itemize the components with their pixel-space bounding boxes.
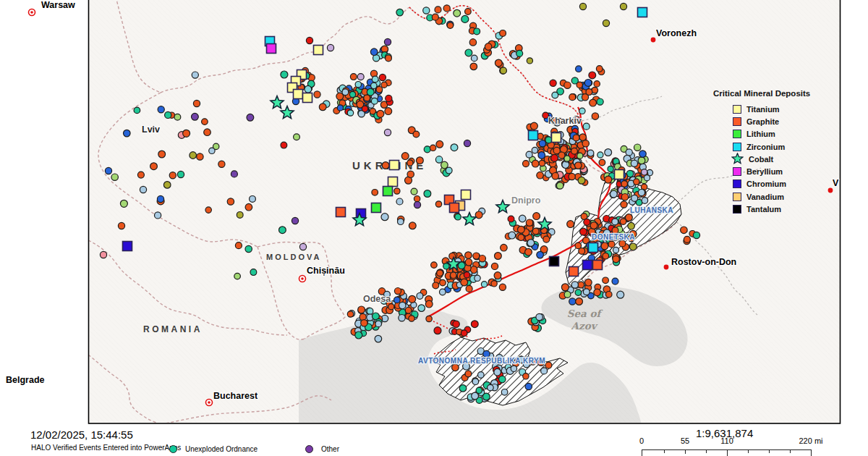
event-dot: [575, 242, 582, 249]
event-dot: [452, 364, 459, 371]
event-dot: [638, 157, 645, 164]
event-dot: [579, 134, 587, 141]
event-dot: [527, 58, 532, 64]
event-dot: [631, 195, 638, 201]
event-dot: [281, 142, 287, 148]
event-dot: [603, 253, 609, 259]
city-label: V: [833, 178, 839, 188]
mineral-graphite-square: [336, 208, 346, 217]
tantalum-swatch: [733, 205, 741, 214]
event-dot: [183, 130, 190, 137]
graphite-swatch: [733, 117, 741, 126]
event-dot: [454, 9, 461, 17]
event-dot: [359, 313, 366, 320]
event-dot: [370, 48, 378, 56]
city-label: Odesa: [363, 294, 391, 304]
mineral-titanium-square: [390, 161, 399, 170]
event-dot: [140, 186, 146, 193]
event-dot: [361, 320, 367, 326]
event-dot: [417, 157, 424, 164]
event-dot: [500, 30, 506, 37]
scale-minor-tick: [790, 449, 791, 453]
event-dot: [163, 182, 171, 189]
event-dot: [417, 293, 423, 300]
event-dot: [379, 74, 386, 80]
event-dot: [612, 219, 618, 225]
event-dot: [465, 252, 472, 259]
mineral-graphite-square: [593, 261, 603, 270]
capital-city-icon-dot: [30, 11, 33, 14]
event-dot: [465, 9, 472, 15]
occupied-region-label: LUHANSKA: [630, 206, 673, 214]
event-dot: [564, 156, 570, 161]
mineral-titanium-square: [294, 90, 303, 99]
event-dot: [409, 222, 416, 229]
event-dot: [250, 196, 256, 203]
event-dot: [577, 153, 583, 159]
event-dot: [552, 92, 558, 98]
halo-event-type-label: Other: [321, 445, 339, 453]
capital-city-icon-dot: [301, 277, 304, 280]
event-dot: [541, 368, 548, 374]
mineral-titanium-square: [303, 93, 312, 103]
event-dot: [433, 282, 439, 289]
event-dot: [569, 94, 576, 101]
scale-tick-label: 220 mi: [799, 436, 822, 445]
mineral-zirconium-square: [589, 243, 598, 253]
city-label: Kharkiv: [548, 116, 582, 126]
event-dot: [381, 82, 387, 88]
event-dot: [471, 321, 478, 328]
titanium-swatch: [733, 105, 741, 114]
event-dot: [545, 362, 552, 368]
event-dot: [355, 332, 362, 339]
event-dot: [519, 215, 526, 222]
event-dot: [494, 272, 501, 279]
event-dot: [621, 201, 627, 208]
event-dot: [435, 7, 441, 13]
event-dot: [590, 99, 597, 106]
event-dot: [532, 147, 537, 153]
event-dot: [327, 44, 333, 51]
event-dot: [681, 227, 688, 234]
city-label: Belgrade: [6, 375, 45, 385]
event-dot: [587, 150, 594, 156]
event-dot: [314, 91, 320, 98]
event-dot: [394, 297, 401, 303]
event-dot: [424, 146, 430, 153]
event-dot: [576, 298, 583, 305]
event-dot: [605, 149, 612, 156]
city-label: Lviv: [142, 124, 160, 135]
map-canvas[interactable]: UKRAINEMOLDOVAROMANIA Sea ofAzov LUHANSK…: [0, 0, 868, 456]
event-dot: [518, 226, 525, 233]
event-dot: [424, 190, 431, 198]
event-dot: [536, 313, 542, 320]
event-dot: [386, 55, 392, 62]
event-dot: [469, 39, 476, 46]
event-dot: [509, 232, 516, 239]
event-dot: [626, 149, 632, 156]
scale-tick-label: 55: [681, 436, 689, 445]
event-dot: [250, 269, 257, 276]
event-dot: [501, 389, 508, 396]
event-dot: [526, 219, 532, 226]
event-dot: [527, 240, 535, 247]
event-dot: [532, 160, 539, 167]
mineral-titanium-square: [461, 190, 471, 200]
event-dot: [137, 172, 144, 178]
event-dot: [461, 279, 468, 286]
event-dot: [485, 43, 492, 51]
event-dot: [150, 163, 158, 170]
event-dot: [358, 306, 365, 313]
event-dot: [377, 110, 384, 117]
event-dot: [431, 262, 438, 269]
event-dot: [612, 278, 618, 284]
event-dot: [567, 221, 574, 228]
event-dot: [435, 201, 441, 207]
occupied-region-label: AVTONOMNA RESPUBLIKA KRYM: [418, 357, 545, 365]
event-dot: [584, 219, 590, 225]
event-dot: [396, 198, 403, 205]
mineral-tantalum-square: [550, 257, 559, 266]
event-dot: [575, 290, 582, 296]
event-dot: [386, 95, 392, 101]
event-dot: [451, 272, 457, 279]
